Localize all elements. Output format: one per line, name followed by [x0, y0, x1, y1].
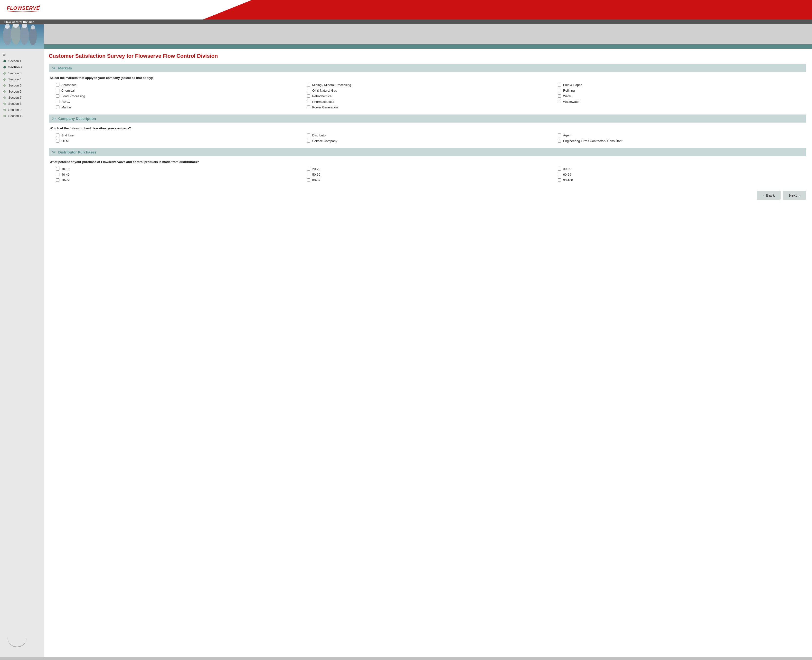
distributor-chevron-icon: ≫: [52, 150, 56, 154]
company-checkbox-0[interactable]: [56, 133, 59, 137]
market-option-3[interactable]: Chemical: [56, 89, 304, 92]
company-option-4[interactable]: Service Company: [307, 139, 555, 143]
svg-text:FLOWSERVE: FLOWSERVE: [7, 5, 40, 11]
company-option-2[interactable]: Agent: [558, 133, 806, 137]
sub-header: [0, 24, 812, 49]
market-option-13[interactable]: Power Generation: [307, 105, 555, 109]
distributor-checkbox-3[interactable]: [56, 173, 59, 176]
market-checkbox-11[interactable]: [558, 100, 561, 103]
market-option-5[interactable]: Refining: [558, 89, 806, 92]
svg-point-8: [29, 27, 37, 45]
market-checkbox-13[interactable]: [307, 105, 310, 109]
market-option-10[interactable]: Pharmaceutical: [307, 100, 555, 103]
company-label-2: Agent: [563, 133, 571, 137]
market-option-0[interactable]: Aerospace: [56, 83, 304, 87]
markets-chevron-icon: ≫: [52, 66, 56, 70]
sidebar-collapse-button[interactable]: ≫: [0, 52, 44, 58]
market-checkbox-2[interactable]: [558, 83, 561, 86]
company-option-0[interactable]: End User: [56, 133, 304, 137]
market-option-6[interactable]: Food Processing: [56, 94, 304, 98]
market-option-2[interactable]: Pulp & Paper: [558, 83, 806, 87]
company-option-1[interactable]: Distributor: [307, 133, 555, 137]
company-label-4: Service Company: [312, 139, 337, 143]
sidebar-item-section-5[interactable]: Section 5: [0, 82, 44, 89]
company-option-3[interactable]: OEM: [56, 139, 304, 143]
sidebar-dot-8: [3, 103, 6, 105]
sidebar-label-4: Section 4: [8, 78, 21, 81]
market-checkbox-4[interactable]: [307, 89, 310, 92]
distributor-label-8: 90-100: [563, 178, 573, 182]
market-checkbox-9[interactable]: [56, 100, 59, 103]
svg-text:®: ®: [39, 5, 40, 6]
market-checkbox-6[interactable]: [56, 94, 59, 98]
market-label-2: Pulp & Paper: [563, 83, 582, 87]
next-label: Next: [789, 193, 797, 197]
company-checkbox-1[interactable]: [307, 133, 310, 137]
sidebar-item-section-1[interactable]: Section 1: [0, 58, 44, 64]
distributor-option-3[interactable]: 40-49: [56, 173, 304, 176]
company-checkbox-4[interactable]: [307, 139, 310, 143]
teal-bar: [44, 44, 812, 49]
distributor-option-6[interactable]: 70-79: [56, 178, 304, 182]
company-checkbox-3[interactable]: [56, 139, 59, 143]
sidebar-item-section-8[interactable]: Section 8: [0, 101, 44, 107]
company-checkbox-2[interactable]: [558, 133, 561, 137]
back-label: Back: [766, 193, 775, 197]
market-option-12[interactable]: Marine: [56, 105, 304, 109]
distributor-checkbox-1[interactable]: [307, 167, 310, 171]
distributor-option-5[interactable]: 60-69: [558, 173, 806, 176]
market-label-11: Wastewater: [563, 100, 580, 103]
market-checkbox-0[interactable]: [56, 83, 59, 86]
back-chevron-icon: «: [763, 193, 765, 197]
distributor-checkbox-6[interactable]: [56, 178, 59, 182]
distributor-option-1[interactable]: 20-29: [307, 167, 555, 171]
distributor-checkbox-4[interactable]: [307, 173, 310, 176]
content-area: Customer Satisfaction Survey for Flowser…: [44, 49, 812, 657]
distributor-checkbox-7[interactable]: [307, 178, 310, 182]
distributor-checkbox-5[interactable]: [558, 173, 561, 176]
market-option-8[interactable]: Water: [558, 94, 806, 98]
sidebar-item-section-4[interactable]: Section 4: [0, 76, 44, 82]
svg-point-12: [31, 25, 35, 30]
company-checkbox-5[interactable]: [558, 139, 561, 143]
market-checkbox-5[interactable]: [558, 89, 561, 92]
market-option-4[interactable]: Oil & Natural Gas: [307, 89, 555, 92]
navigation-buttons: « Back Next »: [49, 188, 806, 200]
market-checkbox-3[interactable]: [56, 89, 59, 92]
distributor-option-4[interactable]: 50-59: [307, 173, 555, 176]
distributor-option-8[interactable]: 90-100: [558, 178, 806, 182]
distributor-label-6: 70-79: [62, 178, 70, 182]
market-checkbox-7[interactable]: [307, 94, 310, 98]
market-option-11[interactable]: Wastewater: [558, 100, 806, 103]
sidebar-item-section-10[interactable]: Section 10: [0, 113, 44, 119]
company-question: Which of the following best describes yo…: [49, 127, 806, 130]
market-checkbox-10[interactable]: [307, 100, 310, 103]
sidebar-item-section-6[interactable]: Section 6: [0, 89, 44, 95]
sidebar-dot-6: [3, 90, 6, 93]
company-checkbox-grid: End UserDistributorAgentOEMService Compa…: [49, 133, 806, 143]
sidebar-item-section-2[interactable]: Section 2: [0, 64, 44, 70]
distributor-option-2[interactable]: 30-39: [558, 167, 806, 171]
market-option-7[interactable]: Petrochemical: [307, 94, 555, 98]
distributor-checkbox-2[interactable]: [558, 167, 561, 171]
sidebar-item-section-3[interactable]: Section 3: [0, 70, 44, 76]
market-label-4: Oil & Natural Gas: [312, 89, 337, 92]
market-checkbox-12[interactable]: [56, 105, 59, 109]
market-option-1[interactable]: Mining / Mineral Processing: [307, 83, 555, 87]
back-button[interactable]: « Back: [757, 191, 780, 200]
next-button[interactable]: Next »: [783, 191, 806, 200]
market-option-9[interactable]: HVAC: [56, 100, 304, 103]
company-option-5[interactable]: Engineering Firm / Contractor / Consulta…: [558, 139, 806, 143]
distributor-checkbox-0[interactable]: [56, 167, 59, 171]
distributor-checkbox-8[interactable]: [558, 178, 561, 182]
distributor-option-7[interactable]: 80-89: [307, 178, 555, 182]
market-label-10: Pharmaceutical: [312, 100, 334, 103]
sidebar-dot-3: [3, 72, 6, 75]
distributor-option-0[interactable]: 10-19: [56, 167, 304, 171]
sidebar-item-section-9[interactable]: Section 9: [0, 107, 44, 113]
sidebar-item-section-7[interactable]: Section 7: [0, 95, 44, 101]
company-label-1: Distributor: [312, 133, 327, 137]
markets-question: Select the markets that apply to your co…: [49, 76, 806, 80]
market-checkbox-1[interactable]: [307, 83, 310, 86]
market-checkbox-8[interactable]: [558, 94, 561, 98]
